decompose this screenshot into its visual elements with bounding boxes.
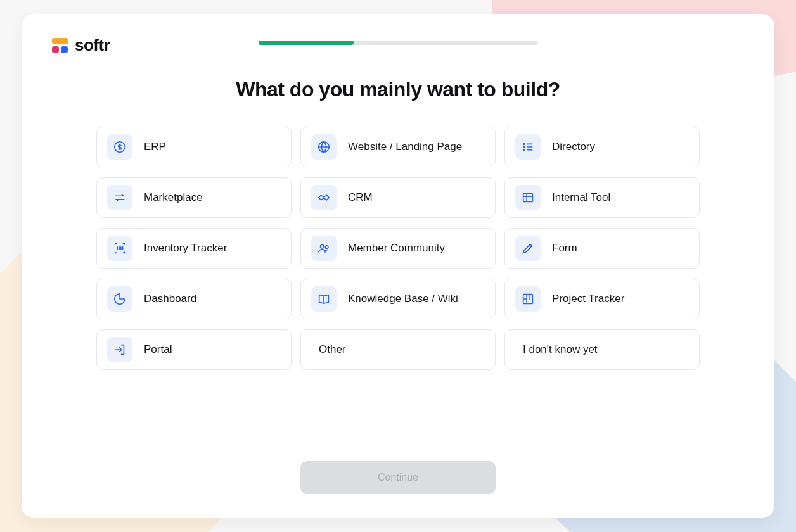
option-dashboard[interactable]: Dashboard [96, 279, 292, 319]
option-label: I don't know yet [523, 343, 598, 356]
option-label: Knowledge Base / Wiki [348, 293, 458, 305]
brand-logo: softr [52, 35, 110, 55]
svg-point-3 [523, 146, 525, 148]
footer: Continue [22, 436, 774, 518]
svg-rect-5 [523, 194, 533, 202]
page-title: What do you mainly want to build? [236, 78, 560, 101]
option-label: Portal [144, 343, 172, 356]
option-inventory-tracker[interactable]: Inventory Tracker [96, 228, 292, 269]
option-unknown[interactable]: I don't know yet [504, 329, 700, 370]
dollar-circle-icon [107, 134, 132, 160]
option-member-community[interactable]: Member Community [300, 228, 496, 269]
swap-icon [107, 185, 132, 210]
options-grid: ERP Website / Landing Page Directory Mar… [96, 127, 700, 370]
option-label: ERP [144, 141, 166, 153]
option-label: Dashboard [144, 293, 196, 305]
barcode-icon [107, 236, 132, 261]
option-label: Internal Tool [552, 191, 610, 204]
option-label: Website / Landing Page [348, 141, 462, 153]
svg-point-4 [523, 149, 525, 151]
list-icon [515, 134, 541, 160]
svg-point-6 [321, 245, 324, 249]
option-form[interactable]: Form [504, 228, 700, 269]
option-label: Member Community [348, 242, 445, 255]
progress-fill [259, 41, 354, 45]
option-internal-tool[interactable]: Internal Tool [504, 177, 700, 218]
svg-point-2 [523, 144, 525, 145]
option-portal[interactable]: Portal [96, 329, 292, 370]
continue-label: Continue [378, 472, 418, 483]
option-label: Other [319, 343, 346, 356]
progress-bar [259, 41, 537, 45]
option-label: Directory [552, 141, 595, 153]
table-icon [515, 185, 541, 210]
option-label: Inventory Tracker [144, 242, 227, 255]
brand-name: softr [75, 35, 110, 55]
option-crm[interactable]: CRM [300, 177, 496, 218]
continue-button[interactable]: Continue [300, 461, 496, 494]
option-website[interactable]: Website / Landing Page [300, 127, 496, 167]
globe-icon [311, 134, 337, 160]
kanban-icon [515, 286, 541, 312]
login-icon [107, 337, 132, 362]
people-icon [311, 236, 337, 261]
option-label: Project Tracker [552, 293, 624, 305]
option-other[interactable]: Other [300, 329, 496, 370]
pencil-icon [515, 236, 541, 261]
svg-point-7 [325, 246, 328, 249]
option-directory[interactable]: Directory [504, 127, 700, 167]
onboarding-card: softr What do you mainly want to build? … [22, 14, 774, 518]
option-project-tracker[interactable]: Project Tracker [504, 279, 700, 319]
handshake-icon [311, 185, 337, 210]
book-icon [311, 286, 337, 312]
option-label: Marketplace [144, 191, 203, 204]
option-marketplace[interactable]: Marketplace [96, 177, 292, 218]
piechart-icon [107, 286, 132, 312]
option-knowledge-base[interactable]: Knowledge Base / Wiki [300, 279, 496, 319]
option-label: Form [552, 242, 577, 255]
option-label: CRM [348, 191, 373, 204]
brand-logo-mark [52, 38, 68, 53]
option-erp[interactable]: ERP [96, 127, 292, 167]
